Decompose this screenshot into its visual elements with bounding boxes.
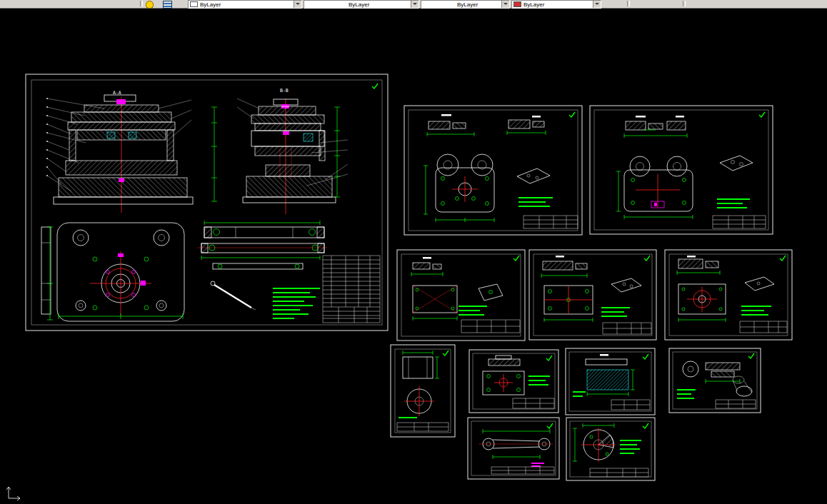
- color-combo-value: ByLayer: [304, 1, 369, 8]
- color-combo[interactable]: ByLayer: [304, 0, 419, 9]
- sheet-punch-part[interactable]: [391, 345, 455, 437]
- layer-color-swatch: [190, 1, 198, 7]
- sheet-plate-part-2[interactable]: [529, 250, 656, 340]
- section-label: B-B: [280, 88, 289, 94]
- sheet-assembly[interactable]: A-A B-B: [26, 74, 388, 331]
- sheet-bushing-part[interactable]: [669, 348, 761, 413]
- layer-combo[interactable]: ByLayer: [188, 0, 302, 9]
- toolbar-separator: [683, 1, 686, 6]
- sheet-plate-part-3[interactable]: [665, 250, 792, 340]
- ucs-axis-icon: [6, 487, 20, 500]
- sheet-pad-part[interactable]: [566, 348, 655, 415]
- sheet-plate-part-1[interactable]: [397, 250, 525, 341]
- toolbar-separator: [627, 1, 630, 6]
- layer-state-icon[interactable]: [146, 1, 154, 9]
- layer-manager-icon[interactable]: [163, 1, 172, 9]
- sheet-block-part[interactable]: [469, 350, 558, 413]
- toolbar-separator: [140, 1, 143, 6]
- sheet-upper-die-holder[interactable]: [404, 106, 582, 235]
- linetype-combo[interactable]: ByLayer: [421, 0, 510, 9]
- chevron-down-icon[interactable]: [294, 1, 301, 8]
- sheet-disc-part[interactable]: [566, 418, 655, 480]
- linetype-combo-value: ByLayer: [421, 1, 478, 8]
- lineweight-combo[interactable]: ByLayer: [511, 0, 601, 9]
- lineweight-combo-value: ByLayer: [521, 1, 544, 8]
- technical-notes: [399, 417, 417, 418]
- object-properties-toolbar: ByLayer ByLayer ByLayer ByLayer: [0, 0, 827, 9]
- chevron-down-icon[interactable]: [501, 1, 509, 8]
- sheet-lower-die-holder[interactable]: [590, 106, 773, 234]
- drawing-canvas[interactable]: A-A B-B: [0, 8, 827, 504]
- sheet-link-part[interactable]: [468, 418, 559, 479]
- layer-combo-value: ByLayer: [198, 1, 221, 8]
- chevron-down-icon[interactable]: [411, 1, 418, 8]
- lineweight-swatch: [513, 1, 521, 7]
- chevron-down-icon[interactable]: [593, 1, 601, 8]
